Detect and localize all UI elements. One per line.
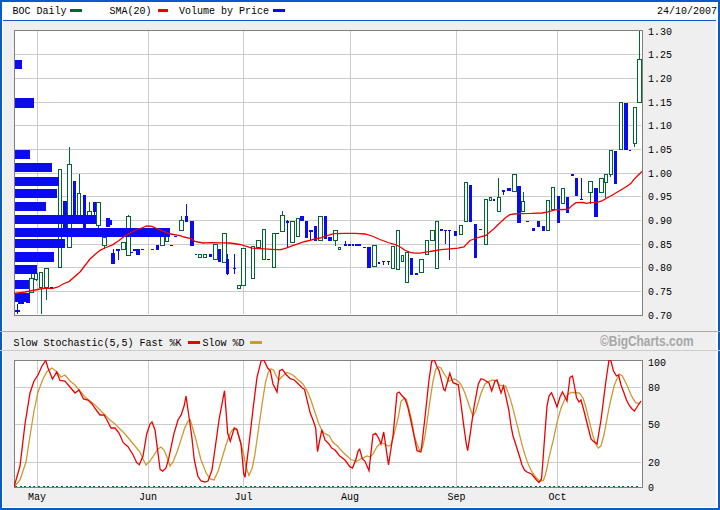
svg-text:0.85: 0.85 (648, 240, 672, 251)
svg-text:Sep: Sep (447, 492, 465, 503)
svg-text:1.00: 1.00 (648, 169, 672, 180)
svg-text:0: 0 (648, 483, 654, 494)
svg-text:50: 50 (648, 420, 660, 431)
svg-text:May: May (28, 492, 46, 503)
svg-text:Jun: Jun (139, 492, 157, 503)
svg-text:1.05: 1.05 (648, 145, 672, 156)
svg-text:1.15: 1.15 (648, 98, 672, 109)
svg-text:0.75: 0.75 (648, 287, 672, 298)
svg-text:1.30: 1.30 (648, 27, 672, 38)
svg-text:20: 20 (648, 458, 660, 469)
svg-text:80: 80 (648, 383, 660, 394)
svg-text:Slow %D: Slow %D (203, 338, 245, 349)
svg-text:1.10: 1.10 (648, 121, 672, 132)
svg-text:0.80: 0.80 (648, 263, 672, 274)
svg-text:Volume by Price: Volume by Price (179, 6, 269, 17)
svg-text:24/10/2007: 24/10/2007 (657, 6, 717, 17)
svg-text:Aug: Aug (341, 492, 359, 503)
svg-text:100: 100 (648, 358, 666, 369)
svg-text:Slow Stochastic(5,5) Fast %K: Slow Stochastic(5,5) Fast %K (14, 338, 182, 349)
svg-text:©BigCharts.com: ©BigCharts.com (600, 333, 694, 349)
svg-text:Oct: Oct (548, 492, 566, 503)
svg-text:Jul: Jul (234, 492, 252, 503)
svg-text:1.20: 1.20 (648, 74, 672, 85)
svg-text:BOC Daily: BOC Daily (13, 6, 67, 17)
svg-text:SMA(20): SMA(20) (110, 6, 152, 17)
svg-text:0.95: 0.95 (648, 192, 672, 203)
svg-text:0.90: 0.90 (648, 216, 672, 227)
svg-text:0.70: 0.70 (648, 311, 672, 322)
svg-text:1.25: 1.25 (648, 50, 672, 61)
